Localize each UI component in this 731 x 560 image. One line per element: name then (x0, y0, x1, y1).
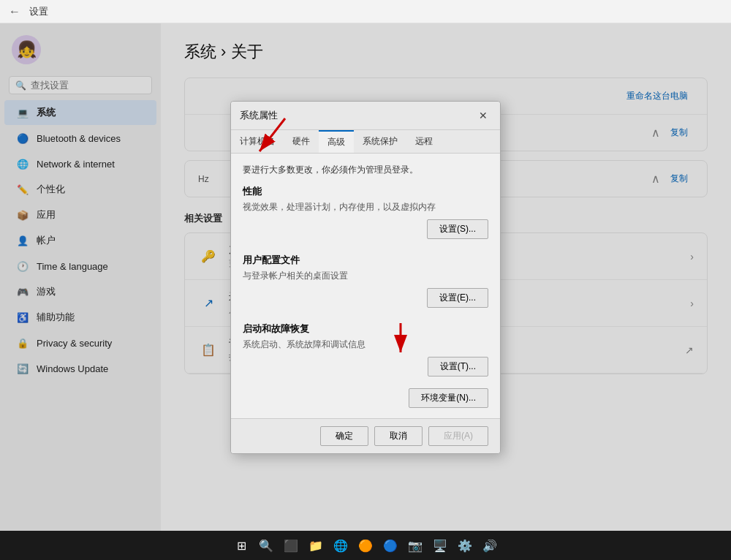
performance-desc: 视觉效果，处理器计划，内存使用，以及虚拟内存 (243, 201, 488, 213)
system-properties-dialog: 系统属性 ✕ 计算机名硬件高级系统保护远程 要进行大多数更改，你必须作为管理员登… (230, 101, 501, 454)
dialog-notice: 要进行大多数更改，你必须作为管理员登录。 (243, 164, 488, 176)
performance-section: 性能 视觉效果，处理器计划，内存使用，以及虚拟内存 设置(S)... (243, 185, 488, 239)
dialog-close-button[interactable]: ✕ (475, 107, 491, 124)
titlebar: ← 设置 (0, 0, 731, 23)
taskbar-item-1[interactable]: 🔍 (256, 535, 276, 556)
dialog-tab-protection[interactable]: 系统保护 (354, 130, 406, 153)
taskbar-item-5[interactable]: 🟠 (355, 535, 376, 556)
back-button[interactable]: ← (9, 5, 20, 18)
startup-recovery-title: 启动和故障恢复 (243, 322, 488, 336)
taskbar-item-7[interactable]: 📷 (405, 535, 425, 556)
env-variables-button[interactable]: 环境变量(N)... (409, 388, 488, 408)
performance-settings-button[interactable]: 设置(S)... (427, 219, 488, 239)
dialog-tab-remote[interactable]: 远程 (406, 130, 442, 153)
startup-recovery-settings-button[interactable]: 设置(T)... (428, 357, 488, 377)
dialog-ok-button[interactable]: 确定 (320, 426, 368, 446)
taskbar: ⊞🔍⬛📁🌐🟠🔵📷🖥️⚙️🔊 (0, 531, 731, 560)
dialog-footer: 确定 取消 应用(A) (231, 418, 500, 453)
taskbar-item-2[interactable]: ⬛ (281, 535, 301, 556)
performance-title: 性能 (243, 185, 488, 198)
user-profiles-section: 用户配置文件 与登录帐户相关的桌面设置 设置(E)... (243, 254, 488, 308)
dialog-apply-button[interactable]: 应用(A) (428, 426, 488, 446)
taskbar-item-3[interactable]: 📁 (306, 535, 326, 556)
taskbar-item-6[interactable]: 🔵 (380, 535, 401, 556)
dialog-tab-computer[interactable]: 计算机名 (231, 130, 284, 153)
dialog-overlay: 系统属性 ✕ 计算机名硬件高级系统保护远程 要进行大多数更改，你必须作为管理员登… (0, 23, 731, 531)
env-variables-row: 环境变量(N)... (243, 388, 488, 408)
user-profiles-desc: 与登录帐户相关的桌面设置 (243, 270, 488, 282)
startup-recovery-desc: 系统启动、系统故障和调试信息 (243, 338, 488, 351)
app-title: 设置 (29, 5, 48, 18)
user-profiles-settings-button[interactable]: 设置(E)... (427, 288, 488, 308)
dialog-cancel-button[interactable]: 取消 (374, 426, 423, 446)
dialog-title: 系统属性 (240, 109, 278, 122)
dialog-tab-hardware[interactable]: 硬件 (284, 130, 319, 153)
taskbar-item-9[interactable]: ⚙️ (455, 535, 475, 556)
taskbar-item-0[interactable]: ⊞ (231, 535, 251, 556)
taskbar-item-4[interactable]: 🌐 (330, 535, 351, 556)
dialog-tabs: 计算机名硬件高级系统保护远程 (231, 130, 500, 154)
dialog-content: 要进行大多数更改，你必须作为管理员登录。 性能 视觉效果，处理器计划，内存使用，… (231, 154, 500, 418)
dialog-titlebar: 系统属性 ✕ (231, 102, 500, 130)
startup-recovery-section: 启动和故障恢复 系统启动、系统故障和调试信息 设置(T)... (243, 322, 488, 377)
taskbar-item-10[interactable]: 🔊 (480, 535, 500, 556)
taskbar-item-8[interactable]: 🖥️ (430, 535, 450, 556)
dialog-tab-advanced[interactable]: 高级 (319, 130, 354, 153)
user-profiles-title: 用户配置文件 (243, 254, 488, 267)
